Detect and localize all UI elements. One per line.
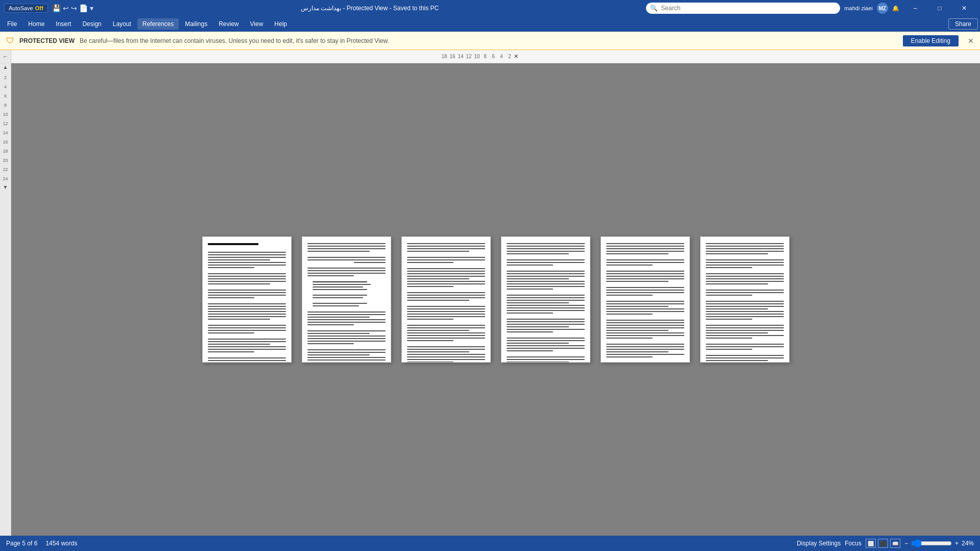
page-6-content: [706, 243, 784, 363]
protected-view-message: Be careful—files from the Internet can c…: [80, 37, 898, 44]
ruler-num-8: 8: [481, 54, 489, 59]
ruler-num-14: 14: [457, 54, 465, 59]
window-controls: – □ ✕: [903, 0, 976, 16]
autosave-label: AutoSave: [9, 5, 33, 11]
save-icon[interactable]: 💾: [52, 4, 61, 12]
page-5-content: [606, 243, 684, 357]
document-pages-area[interactable]: [11, 63, 980, 536]
page-4[interactable]: [501, 236, 590, 363]
zoom-slider[interactable]: [911, 539, 952, 547]
document-title: بهداشت مدارس - Protected View - Saved to…: [98, 5, 642, 12]
redo-icon[interactable]: ↪: [71, 4, 77, 12]
vruler-16: 16: [3, 137, 8, 147]
menu-mailings[interactable]: Mailings: [180, 18, 212, 30]
page-info: Page 5 of 6: [6, 540, 37, 547]
close-button[interactable]: ✕: [952, 0, 976, 16]
minimize-button[interactable]: –: [903, 0, 927, 16]
maximize-button[interactable]: □: [928, 0, 951, 16]
ruler-num-2: 2: [506, 54, 514, 59]
read-mode-view[interactable]: 📖: [890, 539, 900, 548]
vruler-6: 6: [3, 91, 8, 101]
focus-button[interactable]: Focus: [845, 540, 862, 547]
zoom-in-button[interactable]: +: [955, 540, 959, 547]
menu-design[interactable]: Design: [77, 18, 106, 30]
page-3-content: [407, 243, 485, 363]
ruler-num-10: 10: [473, 54, 481, 59]
status-left: Page 5 of 6 1454 words: [6, 540, 77, 547]
vruler-22: 22: [3, 165, 8, 174]
status-right: Display Settings Focus ⬜ ⬛ 📖 − + 24%: [797, 539, 974, 548]
ruler-num-12: 12: [465, 54, 473, 59]
page-2-content: [307, 243, 386, 363]
menu-view[interactable]: View: [245, 18, 269, 30]
ruler-scale: 18 16 14 12 10 8 6 4 2 ✕: [11, 53, 980, 60]
user-name: mahdi ziaei: [844, 5, 873, 11]
horizontal-ruler: ⌐ 18 16 14 12 10 8 6 4 2 ✕: [0, 50, 980, 63]
view-icons: ⬜ ⬛ 📖: [866, 539, 900, 548]
customize-icon[interactable]: ▾: [90, 4, 93, 12]
protected-view-bar: 🛡 PROTECTED VIEW Be careful—files from t…: [0, 32, 980, 50]
share-button[interactable]: Share: [948, 18, 978, 30]
autosave-toggle[interactable]: AutoSave Off: [4, 4, 48, 13]
page-3[interactable]: [401, 236, 491, 363]
notifications-icon[interactable]: 🔔: [892, 5, 899, 12]
page-5[interactable]: [601, 236, 690, 363]
vruler-2: 2: [3, 73, 8, 82]
menu-home[interactable]: Home: [23, 18, 50, 30]
user-avatar[interactable]: MZ: [877, 3, 888, 14]
display-settings-button[interactable]: Display Settings: [797, 540, 841, 547]
ruler-num-18: 18: [440, 54, 448, 59]
search-input[interactable]: [661, 5, 836, 12]
open-icon[interactable]: 📄: [79, 4, 88, 12]
pages-row: [202, 236, 790, 363]
page-1[interactable]: [202, 236, 292, 363]
page-1-content: [208, 243, 286, 363]
page-2[interactable]: [302, 236, 391, 363]
ruler-numbers: 18 16 14 12 10 8 6 4 2 ✕: [11, 53, 980, 60]
vruler-20: 20: [3, 156, 8, 165]
menu-help[interactable]: Help: [269, 18, 292, 30]
status-bar: Page 5 of 6 1454 words Display Settings …: [0, 536, 980, 551]
ruler-num-6: 6: [489, 54, 497, 59]
user-area: mahdi ziaei MZ 🔔: [844, 3, 899, 14]
vruler-scroll-up[interactable]: ▲: [2, 63, 9, 71]
web-layout-view[interactable]: ⬛: [878, 539, 888, 548]
ruler-close-icon[interactable]: ✕: [514, 53, 518, 60]
vruler-scroll-down[interactable]: ▼: [2, 183, 9, 191]
menu-review[interactable]: Review: [213, 18, 244, 30]
search-icon: 🔍: [650, 5, 658, 12]
vruler-8: 8: [3, 101, 8, 110]
enable-editing-button[interactable]: Enable Editing: [903, 35, 959, 46]
main-area: ▲ 2 4 6 8 10 12 14 16 18 20 22 24 ▼: [0, 63, 980, 536]
vruler-12: 12: [3, 119, 8, 128]
menu-references[interactable]: References: [137, 18, 179, 30]
vruler-24: 24: [3, 174, 8, 183]
protected-view-badge: PROTECTED VIEW: [19, 37, 75, 44]
menu-layout[interactable]: Layout: [108, 18, 136, 30]
ruler-num-16: 16: [448, 54, 457, 59]
print-layout-view[interactable]: ⬜: [866, 539, 876, 548]
quick-access-toolbar: 💾 ↩ ↪ 📄 ▾: [52, 4, 93, 12]
vruler-10: 10: [3, 110, 8, 119]
menu-insert[interactable]: Insert: [51, 18, 76, 30]
ruler-corner: ⌐: [0, 50, 11, 63]
ruler-num-4: 4: [497, 54, 506, 59]
shield-icon: 🛡: [6, 36, 14, 45]
word-count: 1454 words: [45, 540, 77, 547]
close-protected-bar-button[interactable]: ✕: [968, 37, 974, 45]
vertical-ruler: ▲ 2 4 6 8 10 12 14 16 18 20 22 24 ▼: [0, 63, 11, 536]
zoom-out-button[interactable]: −: [904, 540, 908, 547]
ruler-corner-icon: ⌐: [4, 54, 7, 59]
zoom-controls: − + 24%: [904, 539, 974, 547]
menu-file[interactable]: File: [2, 18, 22, 30]
search-box[interactable]: 🔍: [646, 3, 840, 14]
autosave-state: Off: [35, 5, 43, 11]
page-6[interactable]: [700, 236, 790, 363]
titlebar: AutoSave Off 💾 ↩ ↪ 📄 ▾ بهداشت مدارس - Pr…: [0, 0, 980, 16]
undo-icon[interactable]: ↩: [63, 4, 69, 12]
vruler-numbers: 2 4 6 8 10 12 14 16 18 20 22 24: [3, 71, 8, 183]
menu-bar: File Home Insert Design Layout Reference…: [0, 16, 980, 32]
page-4-content: [507, 243, 585, 363]
vruler-14: 14: [3, 128, 8, 137]
vruler-4: 4: [3, 82, 8, 91]
